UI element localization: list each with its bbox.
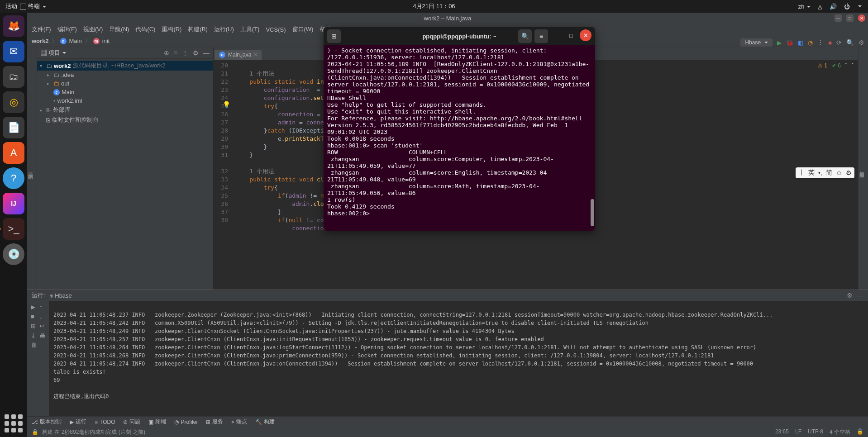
menu-nav[interactable]: 导航(N) xyxy=(109,25,129,33)
status-lock-icon[interactable]: 🔒 xyxy=(32,429,38,435)
firefox-icon[interactable]: 🦊 xyxy=(3,15,24,37)
maximize-button[interactable]: □ xyxy=(565,29,577,41)
ime-bar[interactable]: 丨 英 •, 简 ☺ ⚙ xyxy=(796,167,854,178)
intellij-icon[interactable]: IJ xyxy=(3,193,24,214)
editor-inspections[interactable]: ⚠ 1 ✔ 6 ˆˇ xyxy=(818,62,854,69)
status-pos[interactable]: 23:65 xyxy=(775,428,789,436)
tool-terminal[interactable]: ▣ 终端 xyxy=(148,418,166,426)
help-icon[interactable]: ? xyxy=(3,167,24,189)
disk-icon[interactable]: 💿 xyxy=(3,243,24,265)
crumb-class[interactable]: Main xyxy=(69,38,82,44)
down-button[interactable]: ↓ xyxy=(39,313,45,320)
libreoffice-icon[interactable]: 📄 xyxy=(3,117,24,138)
menu-vcs[interactable]: VCS(S) xyxy=(266,26,286,33)
files-icon[interactable]: 🗂 xyxy=(3,66,24,88)
tool-services[interactable]: ⊞ 服务 xyxy=(206,418,223,426)
tool-profiler[interactable]: ◔ Profiler xyxy=(174,419,198,425)
intention-bulb-icon[interactable]: 💡 xyxy=(223,100,230,109)
up-button[interactable]: ↑ xyxy=(39,304,45,310)
git-update-icon[interactable]: ⟳ xyxy=(836,39,842,46)
run-output[interactable]: 2023-04-21 11:05:48,237 INFO zookeeper.Z… xyxy=(49,301,868,416)
terminal-app-label[interactable]: 终端 xyxy=(20,2,46,10)
inspection-up-icon[interactable]: ˆ xyxy=(845,62,847,69)
collapse-all-icon[interactable]: ⋮ xyxy=(182,49,188,57)
print-button[interactable]: 🖶 xyxy=(39,332,45,339)
softwrap-button[interactable]: ↩ xyxy=(39,323,45,329)
clock[interactable]: 4月21日 11：06 xyxy=(413,2,455,10)
ime-emoji[interactable]: ☺ xyxy=(836,169,842,176)
coverage-button[interactable]: ◧ xyxy=(798,39,803,46)
tree-item-iml[interactable]: ▪ work2.iml xyxy=(37,96,213,105)
terminal-icon[interactable]: >_ xyxy=(3,218,24,240)
volume-icon[interactable]: 🔊 xyxy=(830,3,837,10)
close-tab-icon[interactable]: × xyxy=(254,52,257,58)
crumb-method[interactable]: init xyxy=(102,38,110,44)
status-readonly-icon[interactable]: 🔓 xyxy=(857,428,863,436)
menu-build[interactable]: 构建(B) xyxy=(188,25,207,33)
run-button[interactable]: ▶ xyxy=(777,39,782,46)
tree-item-extlib[interactable]: ▸⊪ 外部库 xyxy=(37,105,213,115)
tool-vcs[interactable]: ⎇ 版本控制 xyxy=(32,418,62,426)
stop-button[interactable]: ■ xyxy=(828,39,832,46)
menu-refactor[interactable]: 重构(R) xyxy=(162,25,181,33)
menu-tools[interactable]: 工具(T) xyxy=(240,25,260,33)
inspection-down-icon[interactable]: ˇ xyxy=(852,62,854,69)
tool-run[interactable]: ▶ 运行 xyxy=(70,418,86,426)
ime-btn[interactable]: 丨 xyxy=(798,169,805,177)
debug-button[interactable]: 🐞 xyxy=(786,39,793,46)
tool-problems[interactable]: ⊘ 问题 xyxy=(123,418,140,426)
tree-root[interactable]: ▾🗀 work2 源代码根目录, ~/HBase_java/work2 xyxy=(37,61,213,71)
scroll-button[interactable]: ⤓ xyxy=(31,332,37,339)
power-icon[interactable]: ⏻ xyxy=(844,3,850,10)
clear-button[interactable]: 🗑 xyxy=(31,342,37,348)
scrollbar[interactable] xyxy=(591,199,594,226)
tree-item-idea[interactable]: ▸🗀 .idea xyxy=(37,71,213,79)
status-linesep[interactable]: LF xyxy=(795,428,801,436)
terminal-header[interactable]: ⊞ ppqppl@ppqppl-ubuntu: ~ 🔍 ≡ — □ ✕ xyxy=(324,27,595,45)
menu-edit[interactable]: 编辑(E) xyxy=(57,25,77,33)
thunderbird-icon[interactable]: ✉ xyxy=(3,41,24,62)
settings-icon[interactable]: ⚙ xyxy=(858,39,864,46)
minimize-panel-icon[interactable]: — xyxy=(857,292,863,299)
gear-icon[interactable]: ⚙ xyxy=(193,49,199,57)
maximize-button[interactable]: □ xyxy=(846,14,854,22)
status-indent[interactable]: 4 个空格 xyxy=(830,428,850,436)
crumb-project[interactable]: work2 xyxy=(32,38,49,44)
ime-punct[interactable]: •, xyxy=(818,169,822,176)
terminal-body[interactable]: ) - Socket connection established, initi… xyxy=(324,45,595,231)
tool-endpoints[interactable]: ⌖ 端点 xyxy=(231,418,247,426)
gear-icon[interactable]: ⚙ xyxy=(847,292,853,299)
tree-item-scratch[interactable]: ⎘ 临时文件和控制台 xyxy=(37,115,213,125)
status-encoding[interactable]: UTF-8 xyxy=(808,428,823,436)
tree-item-main[interactable]: c Main xyxy=(37,88,213,96)
activities-button[interactable]: 活动 xyxy=(5,2,17,10)
ime-simp[interactable]: 简 xyxy=(826,169,832,177)
software-icon[interactable]: A xyxy=(3,142,24,164)
rerun-button[interactable]: ▶ xyxy=(31,304,37,310)
ime-settings[interactable]: ⚙ xyxy=(846,169,852,176)
layout-button[interactable]: ⊞ xyxy=(31,323,37,329)
show-apps-button[interactable] xyxy=(5,414,23,432)
close-button[interactable]: ✕ xyxy=(858,14,865,22)
minimize-button[interactable]: — xyxy=(835,14,842,22)
runconfig-dropdown[interactable]: Hbase xyxy=(740,38,773,47)
network-icon[interactable]: ◬ xyxy=(818,3,822,10)
new-tab-button[interactable]: ⊞ xyxy=(327,29,341,43)
search-icon[interactable]: 🔍 xyxy=(846,39,854,46)
left-gutter[interactable]: 项目 结构 xyxy=(27,47,37,290)
menu-view[interactable]: 视图(V) xyxy=(83,25,103,33)
search-button[interactable]: 🔍 xyxy=(518,29,532,43)
run-config-name[interactable]: ⎆ Hbase xyxy=(50,292,72,299)
language-indicator[interactable]: zh xyxy=(798,3,811,10)
tree-item-out[interactable]: ▸🗀 out xyxy=(37,79,213,88)
rhythmbox-icon[interactable]: ◎ xyxy=(3,91,24,113)
more-actions-icon[interactable]: ⋮ xyxy=(817,39,824,46)
tool-build[interactable]: 🔨 构建 xyxy=(255,418,275,426)
menu-button[interactable]: ≡ xyxy=(534,29,548,43)
profile-button[interactable]: ◔ xyxy=(808,39,813,46)
editor-tab-main[interactable]: cMain.java× xyxy=(215,50,262,60)
minimize-panel-icon[interactable]: — xyxy=(203,49,210,57)
close-button[interactable]: ✕ xyxy=(580,29,591,41)
expand-all-icon[interactable]: ≡ xyxy=(174,49,177,57)
tool-todo[interactable]: ≡ TODO xyxy=(95,419,115,425)
